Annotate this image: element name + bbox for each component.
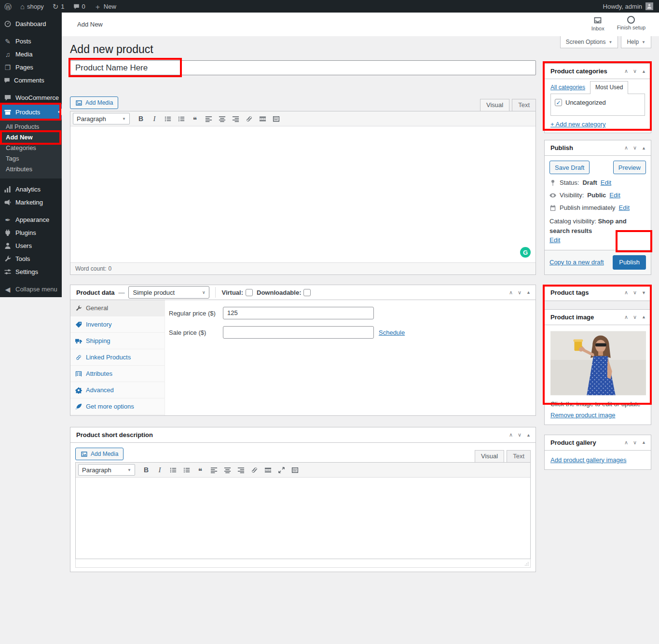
- read-more-icon[interactable]: [261, 464, 274, 476]
- schedule-link[interactable]: Schedule: [379, 329, 405, 336]
- toggle-panel-icon[interactable]: ▲: [642, 315, 646, 319]
- tab-visual[interactable]: Visual: [475, 450, 504, 462]
- howdy-text[interactable]: Howdy, admin: [603, 3, 642, 10]
- toolbar-toggle-icon[interactable]: [270, 113, 282, 124]
- site-menu[interactable]: ⌂ shopy: [16, 0, 48, 13]
- submenu-add-new[interactable]: Add New: [0, 132, 62, 143]
- bullet-list-icon[interactable]: [162, 113, 174, 124]
- bold-icon[interactable]: B: [135, 113, 147, 124]
- sidebar-item-woocommerce[interactable]: WooCommerce: [0, 91, 62, 104]
- new-content-menu[interactable]: ＋ New: [90, 0, 121, 13]
- publish-button[interactable]: Publish: [613, 255, 646, 270]
- tab-most-used[interactable]: Most Used: [590, 81, 628, 94]
- blockquote-icon[interactable]: ❝: [189, 113, 201, 124]
- product-type-select[interactable]: Simple product ∨: [128, 286, 209, 299]
- wordpress-logo-icon[interactable]: Ⓦ: [0, 0, 16, 13]
- move-down-icon[interactable]: ∨: [633, 289, 637, 296]
- main-editor-content[interactable]: G: [70, 126, 535, 262]
- edit-visibility-link[interactable]: Edit: [609, 192, 620, 199]
- preview-button[interactable]: Preview: [613, 161, 646, 174]
- insert-link-icon[interactable]: [243, 113, 255, 124]
- screen-options-button[interactable]: Screen Options ▼: [560, 36, 618, 48]
- editor-resize-bar[interactable]: [75, 559, 531, 568]
- edit-catalog-visibility-link[interactable]: Edit: [549, 236, 560, 244]
- copy-to-new-draft-link[interactable]: Copy to a new draft: [549, 259, 604, 266]
- align-right-icon[interactable]: [234, 464, 247, 476]
- inbox-button[interactable]: Inbox: [591, 16, 604, 31]
- sidebar-item-posts[interactable]: ✎ Posts: [0, 35, 62, 48]
- sidebar-item-analytics[interactable]: Analytics: [0, 183, 62, 196]
- tab-visual[interactable]: Visual: [480, 99, 509, 111]
- updates-menu[interactable]: ↻ 1: [48, 0, 69, 13]
- toggle-panel-icon[interactable]: ▲: [642, 69, 646, 74]
- italic-icon[interactable]: I: [148, 113, 161, 124]
- comments-menu[interactable]: 0: [69, 0, 90, 13]
- bullet-list-icon[interactable]: [167, 464, 179, 476]
- product-image-thumbnail[interactable]: [550, 331, 646, 396]
- move-down-icon[interactable]: ∨: [633, 68, 637, 74]
- read-more-icon[interactable]: [256, 113, 269, 124]
- sidebar-item-pages[interactable]: ❐ Pages: [0, 61, 62, 74]
- sidebar-item-settings[interactable]: Settings: [0, 265, 62, 278]
- tab-general[interactable]: General: [70, 300, 165, 316]
- move-down-icon[interactable]: ∨: [633, 145, 637, 151]
- tab-inventory[interactable]: Inventory: [70, 316, 165, 333]
- move-down-icon[interactable]: ∨: [633, 314, 637, 320]
- numbered-list-icon[interactable]: [175, 113, 188, 124]
- align-center-icon[interactable]: [216, 113, 228, 124]
- collapse-menu[interactable]: ◀ Collapse menu: [0, 283, 62, 296]
- move-up-icon[interactable]: ∧: [624, 68, 628, 74]
- align-left-icon[interactable]: [202, 113, 215, 124]
- insert-link-icon[interactable]: [248, 464, 261, 476]
- submenu-tags[interactable]: Tags: [0, 153, 62, 164]
- tab-text[interactable]: Text: [507, 450, 531, 462]
- sidebar-item-dashboard[interactable]: Dashboard: [0, 17, 62, 30]
- sidebar-item-products[interactable]: Products: [0, 104, 62, 120]
- toolbar-toggle-icon[interactable]: [288, 464, 301, 476]
- submenu-categories[interactable]: Categories: [0, 143, 62, 153]
- add-new-category-link[interactable]: + Add new category: [550, 121, 606, 128]
- help-button[interactable]: Help ▼: [621, 36, 651, 48]
- sidebar-item-media[interactable]: ♫ Media: [0, 48, 62, 61]
- move-up-icon[interactable]: ∧: [624, 145, 628, 151]
- toggle-panel-icon[interactable]: ▲: [526, 433, 531, 438]
- align-left-icon[interactable]: [207, 464, 220, 476]
- uncategorized-checkbox[interactable]: [555, 99, 562, 106]
- blockquote-icon[interactable]: ❝: [194, 464, 206, 476]
- italic-icon[interactable]: I: [153, 464, 166, 476]
- grammarly-icon[interactable]: G: [520, 247, 531, 258]
- move-down-icon[interactable]: ∨: [633, 439, 637, 446]
- tab-attributes[interactable]: Attributes: [70, 366, 165, 382]
- short-description-content[interactable]: [76, 478, 530, 559]
- paragraph-format-select[interactable]: Paragraph ▼: [78, 464, 135, 476]
- save-draft-button[interactable]: Save Draft: [549, 161, 590, 174]
- toggle-panel-icon[interactable]: ▼: [642, 290, 646, 295]
- submenu-attributes[interactable]: Attributes: [0, 164, 62, 175]
- move-down-icon[interactable]: ∨: [518, 289, 522, 296]
- add-media-button[interactable]: Add Media: [75, 448, 124, 460]
- move-up-icon[interactable]: ∧: [624, 439, 628, 446]
- fullscreen-icon[interactable]: [275, 464, 288, 476]
- sidebar-item-plugins[interactable]: Plugins: [0, 226, 62, 239]
- tab-linked-products[interactable]: Linked Products: [70, 349, 165, 366]
- finish-setup-button[interactable]: Finish setup: [617, 16, 645, 31]
- tab-advanced[interactable]: Advanced: [70, 382, 165, 398]
- tab-get-more-options[interactable]: Get more options: [70, 398, 165, 415]
- sidebar-item-appearance[interactable]: ✒ Appearance: [0, 213, 62, 226]
- tab-all-categories[interactable]: All categories: [550, 82, 590, 94]
- sidebar-item-tools[interactable]: Tools: [0, 252, 62, 265]
- virtual-checkbox[interactable]: [246, 289, 253, 296]
- sidebar-item-comments[interactable]: Comments: [0, 74, 62, 87]
- submenu-all-products[interactable]: All Products: [0, 122, 62, 132]
- toggle-panel-icon[interactable]: ▲: [642, 440, 646, 445]
- add-media-button[interactable]: Add Media: [70, 96, 118, 109]
- bold-icon[interactable]: B: [140, 464, 152, 476]
- avatar[interactable]: [645, 2, 653, 10]
- sidebar-item-users[interactable]: Users: [0, 239, 62, 252]
- sidebar-item-marketing[interactable]: Marketing: [0, 196, 62, 209]
- numbered-list-icon[interactable]: [180, 464, 193, 476]
- regular-price-input[interactable]: 125: [223, 307, 374, 319]
- move-down-icon[interactable]: ∨: [518, 432, 522, 438]
- remove-product-image-link[interactable]: Remove product image: [550, 411, 615, 419]
- toggle-panel-icon[interactable]: ▲: [642, 146, 646, 151]
